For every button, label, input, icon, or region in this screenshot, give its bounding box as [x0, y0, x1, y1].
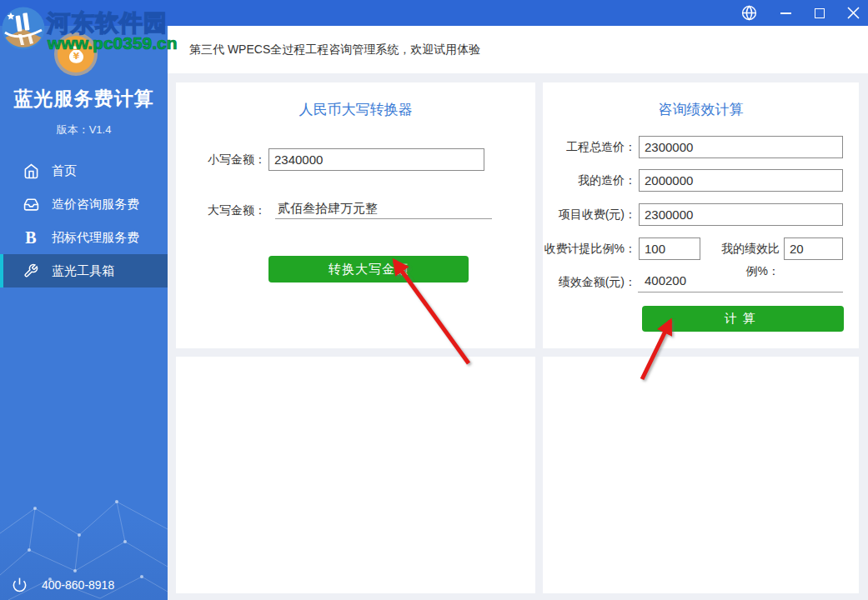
header-band: 第三代 WPECS全过程工程咨询管理系统，欢迎试用体验: [168, 26, 868, 73]
power-icon[interactable]: [12, 577, 28, 592]
my-cost-input[interactable]: [639, 169, 843, 192]
panel-title: 人民币大写转换器: [176, 100, 535, 119]
sidebar-item-label: 蓝光工具箱: [52, 263, 114, 279]
sidebar-item-label: 造价咨询服务费: [52, 197, 139, 212]
perf-amount-label: 绩效金额(元)：: [543, 271, 636, 293]
upper-amount-value: 贰佰叁拾肆万元整: [275, 198, 492, 219]
inbox-icon: [23, 196, 39, 212]
wrench-icon: [23, 262, 39, 279]
contact-row: 400-860-8918: [12, 577, 114, 592]
sidebar-item-bidding-agency[interactable]: B 招标代理服务费: [0, 221, 168, 254]
performance-panel: 咨询绩效计算 工程总造价： 我的造价： 项目收费(元)： 收费计提比例%： 我的…: [543, 82, 859, 348]
sidebar-item-label: 招标代理服务费: [52, 230, 139, 246]
perf-ratio-label: 我的绩效比例%：: [695, 238, 780, 260]
perf-ratio-input[interactable]: [784, 238, 843, 260]
sidebar-menu: 首页 造价咨询服务费 B 招标代理服务费 蓝光工具箱: [0, 154, 168, 288]
total-cost-label: 工程总造价：: [543, 136, 636, 158]
maximize-icon: [815, 8, 825, 18]
sidebar-item-label: 首页: [52, 163, 77, 179]
panel-title: 咨询绩效计算: [543, 100, 859, 119]
sidebar-item-toolbox[interactable]: 蓝光工具箱: [0, 254, 168, 288]
sidebar-item-cost-consulting[interactable]: 造价咨询服务费: [0, 188, 168, 221]
rmb-converter-panel: 人民币大写转换器 小写金额： 大写金额： 贰佰叁拾肆万元整 转换大写金额: [176, 82, 535, 348]
globe-icon: [741, 5, 757, 21]
close-button[interactable]: [839, 0, 868, 26]
empty-panel-left: [176, 357, 535, 593]
fee-ratio-input[interactable]: [639, 238, 700, 260]
perf-amount-value: 400200: [638, 269, 843, 292]
app-title: 蓝光服务费计算: [0, 86, 168, 112]
contact-phone: 400-860-8918: [42, 578, 114, 592]
lower-amount-input[interactable]: [268, 148, 484, 171]
globe-button[interactable]: [735, 0, 762, 26]
sidebar: 蓝光服务费计算 版本：V1.4 首页 造价咨询服务费 B 招标代理服务费: [0, 26, 168, 600]
home-icon: [23, 162, 39, 179]
close-icon: [847, 7, 860, 19]
sidebar-item-home[interactable]: 首页: [0, 154, 168, 188]
lower-amount-label: 小写金额：: [176, 148, 266, 171]
watermark-site-url: www.pc0359.cn: [48, 33, 178, 53]
app-version: 版本：V1.4: [0, 122, 168, 138]
site-logo-icon: [2, 7, 45, 50]
empty-panel-right: [543, 357, 859, 593]
welcome-text: 第三代 WPECS全过程工程咨询管理系统，欢迎试用体验: [189, 42, 480, 58]
my-cost-label: 我的造价：: [543, 169, 636, 192]
letter-b-icon: B: [23, 229, 39, 246]
minimize-icon: [780, 12, 791, 14]
total-cost-input[interactable]: [639, 136, 843, 158]
calculate-button[interactable]: 计算: [642, 306, 844, 332]
minimize-button[interactable]: [772, 0, 799, 26]
upper-amount-label: 大写金额：: [176, 199, 266, 221]
project-fee-label: 项目收费(元)：: [543, 203, 636, 226]
fee-ratio-label: 收费计提比例%：: [543, 238, 636, 260]
project-fee-input[interactable]: [639, 203, 843, 226]
maximize-button[interactable]: [806, 0, 833, 26]
convert-button[interactable]: 转换大写金额: [268, 256, 469, 282]
